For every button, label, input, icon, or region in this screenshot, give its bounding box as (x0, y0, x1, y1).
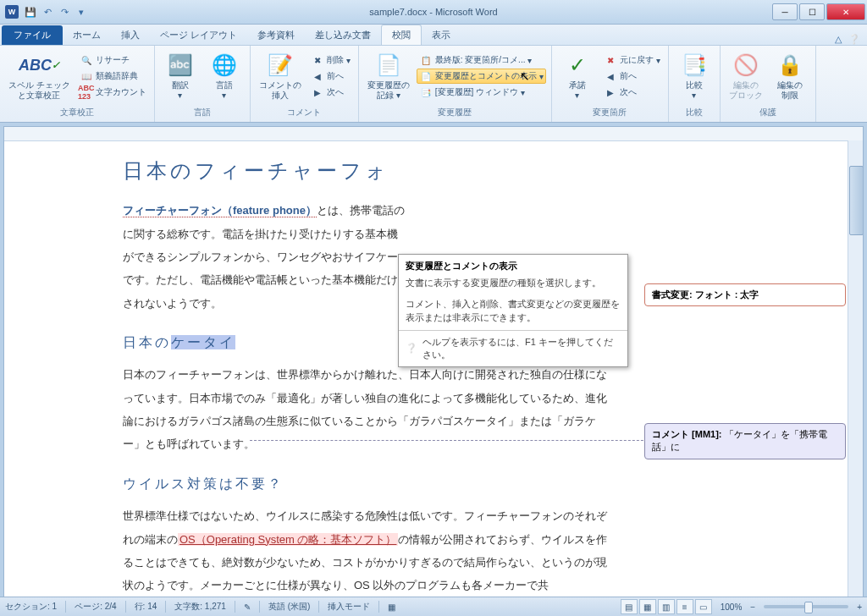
accept-button[interactable]: ✓承諾▾ (557, 50, 598, 102)
lock-icon: 🔒 (776, 52, 803, 79)
save-icon[interactable]: 💾 (24, 5, 37, 19)
markup-icon: 📄 (419, 69, 433, 83)
group-proofing: ABC✓スペル チェック と文章校正 🔍リサーチ 📖類義語辞典 ABC123文字… (0, 46, 155, 122)
translate-icon: 🔤 (167, 52, 194, 79)
prev-icon: ◀ (311, 69, 324, 83)
feature-phone-link: フィーチャーフォン（feature phone） (123, 204, 317, 217)
status-insert-mode[interactable]: 挿入モード (328, 601, 370, 613)
comment-line (250, 440, 665, 442)
proofing-icon[interactable]: ✎ (244, 602, 251, 612)
tooltip-body: 文書に表示する変更履歴の種類を選択します。 (399, 274, 627, 295)
minimize-button[interactable]: ─ (772, 3, 798, 20)
document-page[interactable]: 日本のフィーチャーフォ フィーチャーフォン（feature phone）とは、携… (4, 141, 639, 602)
outline-view-button[interactable]: ≡ (676, 599, 693, 614)
reject-button[interactable]: ✖元に戻す ▾ (601, 52, 663, 68)
restrict-editing-button[interactable]: 🔒編集の 制限 (770, 50, 810, 102)
status-section[interactable]: セクション: 1 (5, 601, 57, 613)
balloon-format-change[interactable]: 書式変更: フォント : 太字 (644, 283, 846, 306)
compare-button[interactable]: 📑比較▾ (674, 50, 715, 102)
inserted-text: OS（Operating System の略：基本ソフト） (178, 533, 398, 546)
show-markup-button[interactable]: 📄変更履歴とコメントの表示 ▾ (417, 69, 546, 84)
status-words[interactable]: 文字数: 1,271 (174, 601, 226, 613)
status-page[interactable]: ページ: 2/4 (75, 601, 116, 613)
close-button[interactable]: ✕ (826, 3, 865, 20)
tab-insert[interactable]: 挿入 (111, 25, 150, 45)
next-change-button[interactable]: ▶次へ (601, 85, 663, 100)
compare-icon: 📑 (681, 52, 708, 79)
pane-icon: 📑 (419, 85, 433, 99)
heading-1: 日本のフィーチャーフォ (123, 150, 614, 192)
balloon-comment-mm1[interactable]: コメント [MM1]: 「ケータイ」を「携帯電話」に (644, 423, 846, 459)
undo-icon[interactable]: ↶ (41, 5, 54, 19)
group-label: 比較 (686, 105, 703, 120)
help-icon[interactable]: ❔ (848, 34, 860, 45)
delete-comment-button[interactable]: ✖削除 ▾ (308, 52, 353, 68)
group-label: 変更履歴 (438, 105, 472, 120)
tab-file[interactable]: ファイル (2, 25, 63, 45)
zoom-level[interactable]: 100% (721, 602, 743, 612)
tab-review[interactable]: 校閲 (381, 25, 422, 45)
maximize-button[interactable]: ☐ (799, 3, 825, 20)
ribbon-tabs: ファイル ホーム 挿入 ページ レイアウト 参考資料 差し込み文書 校閲 表示 … (0, 25, 867, 46)
macro-icon[interactable]: ▦ (388, 602, 395, 612)
ruler[interactable] (4, 127, 863, 141)
block-authors-button[interactable]: 🚫編集の ブロック (726, 50, 766, 102)
statusbar: セクション: 1 ページ: 2/4 行: 14 文字数: 1,271 ✎ 英語 … (0, 597, 867, 616)
paragraph: フィーチャーフォン（feature phone）とは、携帯電話の (123, 199, 614, 222)
reject-icon: ✖ (604, 53, 617, 67)
minimize-ribbon-icon[interactable]: △ (835, 34, 842, 45)
window-buttons: ─ ☐ ✕ (772, 3, 867, 20)
paragraph: に関する総称です。電話を掛けたり受けたりする基本機 (123, 223, 614, 245)
prev-change-button[interactable]: ◀前へ (601, 69, 663, 84)
tooltip-body: コメント、挿入と削除、書式変更などの変更履歴を表示または非表示にできます。 (399, 295, 627, 330)
tab-references[interactable]: 参考資料 (247, 25, 305, 45)
accept-icon: ✓ (564, 52, 591, 79)
tooltip-show-markup: 変更履歴とコメントの表示 文書に表示する変更履歴の種類を選択します。 コメント、… (398, 254, 628, 367)
zoom-slider[interactable] (764, 605, 848, 608)
heading-2: ウイルス対策は不要？ (123, 470, 614, 498)
research-button[interactable]: 🔍リサーチ (77, 52, 149, 68)
zoom-in-button[interactable]: + (857, 602, 862, 612)
reviewing-pane-button[interactable]: 📑[変更履歴] ウィンドウ ▾ (417, 85, 546, 100)
group-comments: 📝コメントの 挿入 ✖削除 ▾ ◀前へ ▶次へ コメント (251, 46, 359, 122)
print-layout-view-button[interactable]: ▤ (621, 599, 638, 614)
track-changes-button[interactable]: 📄変更履歴の 記録 ▾ (364, 50, 413, 102)
tab-mailings[interactable]: 差し込み文書 (305, 25, 381, 45)
thesaurus-button[interactable]: 📖類義語辞典 (77, 69, 149, 84)
abc-check-icon: ABC✓ (25, 52, 52, 79)
status-language[interactable]: 英語 (米国) (268, 601, 310, 613)
group-tracking: 📄変更履歴の 記録 ▾ 📋最終版: 変更箇所/コメ... ▾ 📄変更履歴とコメン… (359, 46, 552, 122)
tab-layout[interactable]: ページ レイアウト (150, 25, 247, 45)
web-layout-view-button[interactable]: ▥ (658, 599, 675, 614)
vertical-scrollbar[interactable] (848, 140, 863, 601)
display-for-review-dropdown[interactable]: 📋最終版: 変更箇所/コメ... ▾ (417, 52, 546, 68)
view-buttons: ▤ ▦ ▥ ≡ ▭ (621, 599, 712, 614)
spellcheck-button[interactable]: ABC✓スペル チェック と文章校正 (5, 50, 74, 102)
help-icon: ❔ (406, 343, 417, 354)
zoom-slider-thumb[interactable] (804, 602, 813, 613)
tab-home[interactable]: ホーム (63, 25, 111, 45)
redo-icon[interactable]: ↷ (58, 5, 71, 19)
wordcount-button[interactable]: ABC123文字カウント (77, 85, 149, 100)
tooltip-title: 変更履歴とコメントの表示 (399, 255, 627, 274)
qat-dropdown-icon[interactable]: ▾ (75, 5, 88, 19)
language-button[interactable]: 🌐言語▾ (204, 50, 245, 102)
group-label: 文章校正 (60, 105, 94, 120)
insert-comment-button[interactable]: 📝コメントの 挿入 (256, 50, 305, 102)
translate-button[interactable]: 🔤翻訳▾ (160, 50, 201, 102)
group-label: コメント (287, 105, 321, 120)
scroll-thumb[interactable] (849, 166, 864, 235)
prev-icon: ◀ (604, 69, 617, 83)
ribbon: ABC✓スペル チェック と文章校正 🔍リサーチ 📖類義語辞典 ABC123文字… (0, 46, 867, 123)
fullscreen-view-button[interactable]: ▦ (639, 599, 656, 614)
group-compare: 📑比較▾ 比較 (669, 46, 721, 122)
tab-view[interactable]: 表示 (422, 25, 461, 45)
tooltip-footer: ❔ヘルプを表示するには、F1 キーを押してください。 (399, 330, 627, 366)
quick-access-toolbar: 💾 ↶ ↷ ▾ (24, 5, 88, 19)
zoom-out-button[interactable]: − (750, 602, 755, 612)
next-comment-button[interactable]: ▶次へ (308, 85, 353, 100)
prev-comment-button[interactable]: ◀前へ (308, 69, 353, 84)
draft-view-button[interactable]: ▭ (695, 599, 712, 614)
wordcount-icon: ABC123 (80, 85, 93, 99)
status-line[interactable]: 行: 14 (135, 601, 157, 613)
